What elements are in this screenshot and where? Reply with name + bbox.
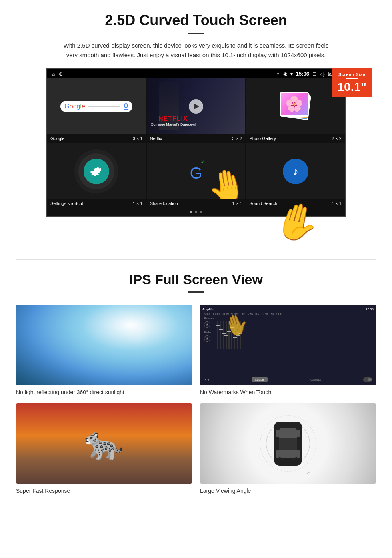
amp-title: Amplifier	[202, 307, 215, 311]
app-cell-settings[interactable]: Settings shortcut 1 × 1	[47, 143, 146, 207]
status-time: 15:06	[296, 71, 309, 77]
status-bar: ⌂ ⊕ ✦ ◉ ▾ 15:06 ⊡ ◁) ☒ ▭	[47, 69, 345, 78]
eq-bar-2[interactable]	[220, 319, 221, 351]
loudness-label: loudness	[310, 378, 321, 381]
section2-title: IPS Full Screen View	[16, 272, 376, 287]
status-center: ✦ ◉ ▾ 15:06 ⊡ ◁) ☒ ▭	[276, 71, 340, 77]
netflix-subtitle: Continue Marvel's Daredevil	[151, 122, 196, 126]
gallery-label: Photo Gallery	[249, 136, 276, 141]
home-icon[interactable]: ⌂	[52, 71, 55, 77]
badge-divider	[346, 78, 358, 79]
car-roof	[279, 438, 297, 451]
maps-icon: G ✓	[190, 159, 202, 183]
gallery-cell-content: 🌸	[246, 78, 345, 134]
location-icon: ◉	[283, 71, 287, 77]
bluetooth-icon: ✦	[276, 71, 280, 77]
volume-icon: ◁)	[320, 71, 325, 77]
app-cell-google[interactable]: Google Google 3 × 1	[47, 78, 146, 143]
gallery-label-row: Photo Gallery 2 × 2	[246, 134, 345, 143]
google-logo: Google	[64, 103, 85, 110]
app-cell-sound[interactable]: ♪ Sound Search 1 × 1	[246, 143, 345, 207]
feature-cheetah: 🐆 Super Fast Response	[16, 403, 192, 494]
screen-size-badge: Screen Size 10.1"	[332, 68, 372, 97]
google-cell-content: Google	[47, 78, 146, 134]
car-wheel-tl	[276, 430, 280, 437]
cheetah-visual: 🐆	[16, 403, 192, 484]
photo-main: 🌸	[280, 92, 308, 116]
flower-icon: 🌸	[285, 96, 303, 112]
eq-section: Balance ◉ Fader ◉	[202, 315, 374, 377]
hand-below-wrapper: ✋	[24, 201, 368, 243]
cheetah-icon: 🐆	[84, 425, 124, 462]
feature-image-cheetah: 🐆	[16, 403, 192, 484]
netflix-label-row: Netflix 3 × 2	[147, 134, 246, 143]
hand-extended-icon: ✋	[270, 196, 324, 248]
feature-grid: No light reflecting under 360° direct su…	[16, 305, 376, 494]
google-grid: 3 × 1	[133, 136, 143, 141]
feature-image-amplifier: Amplifier 17:33 60hz 100hz 200hz 500hz 1…	[200, 305, 376, 385]
loudness-toggle[interactable]	[363, 377, 372, 382]
search-divider	[88, 106, 120, 107]
mic-icon[interactable]	[124, 103, 128, 110]
google-search-bar[interactable]: Google	[60, 101, 132, 112]
sound-cell-content: ♪	[246, 143, 345, 199]
gallery-grid: 2 × 2	[332, 136, 342, 141]
netflix-cell-content: NETFLIX Continue Marvel's Daredevil	[147, 78, 246, 134]
status-left: ⌂ ⊕	[52, 71, 63, 77]
camera-icon: ⊡	[312, 71, 316, 77]
maps-cell-content: G ✓ 🤚	[147, 143, 246, 199]
device-container: Screen Size 10.1" ⌂ ⊕ ✦ ◉ ▾ 15:06 ⊡ ◁) ☒	[24, 68, 368, 217]
amp-bottom-row: ◄◄ Custom loudness	[202, 377, 374, 383]
photo-stack: 🌸	[280, 90, 312, 122]
car-wheel-br	[296, 450, 300, 458]
app-cell-gallery[interactable]: 🌸 Photo Gallery 2 × 2	[246, 78, 345, 143]
light-overlay	[16, 305, 192, 385]
car-visual: ↗	[200, 403, 376, 484]
amp-nav-left: ◄◄	[204, 378, 210, 381]
app-cell-maps[interactable]: G ✓ 🤚 Share location 1 × 1	[147, 143, 246, 207]
eq-bar-1[interactable]	[217, 319, 218, 351]
balance-knob[interactable]: ◉	[204, 321, 210, 328]
netflix-grid: 3 × 2	[232, 136, 242, 141]
section2-underline	[188, 291, 204, 293]
car-container: ↗	[264, 407, 312, 480]
google-maps-g: G	[190, 164, 202, 182]
car-windshield	[279, 428, 297, 439]
section-ips: IPS Full Screen View No light reflecting…	[0, 272, 392, 494]
app-grid: Google Google 3 × 1	[47, 78, 345, 207]
android-screen: ⌂ ⊕ ✦ ◉ ▾ 15:06 ⊡ ◁) ☒ ▭	[46, 68, 346, 217]
music-icon-circle: ♪	[283, 159, 308, 184]
wifi-icon: ▾	[290, 71, 293, 77]
feature-image-sunlight	[16, 305, 192, 385]
netflix-label: Netflix	[150, 136, 162, 141]
angle-arrow: ↗	[306, 470, 310, 476]
feature-sunlight: No light reflecting under 360° direct su…	[16, 305, 192, 395]
car-rear	[279, 450, 297, 458]
amplifier-caption: No Watermarks When Touch	[200, 389, 376, 395]
custom-button[interactable]: Custom	[252, 377, 268, 382]
badge-size-value: 10.1"	[337, 81, 366, 93]
feature-amplifier: Amplifier 17:33 60hz 100hz 200hz 500hz 1…	[200, 305, 376, 395]
sunlight-visual	[16, 305, 192, 385]
netflix-play-button[interactable]	[189, 99, 203, 114]
car-wheel-bl	[276, 450, 280, 458]
google-label-row: Google 3 × 1	[47, 134, 146, 143]
eq-side-labels: Balance ◉ Fader ◉	[204, 317, 214, 343]
netflix-brand: NETFLIX Continue Marvel's Daredevil	[151, 115, 196, 126]
car-top-view	[272, 420, 304, 468]
sunlight-caption: No light reflecting under 360° direct su…	[16, 389, 192, 395]
amplifier-visual: Amplifier 17:33 60hz 100hz 200hz 500hz 1…	[200, 305, 376, 385]
fader-knob[interactable]: ◉	[204, 335, 210, 342]
settings-cell-content	[47, 143, 146, 199]
eq-sliders: ✋	[217, 317, 241, 353]
app-cell-netflix[interactable]: NETFLIX Continue Marvel's Daredevil Netf…	[147, 78, 246, 143]
usb-icon: ⊕	[59, 71, 63, 77]
section1-description: With 2.5D curved-display screen, this de…	[60, 41, 332, 60]
car-caption: Large Viewing Angle	[200, 488, 376, 494]
section1-title: 2.5D Curved Touch Screen	[24, 12, 368, 29]
cheetah-caption: Super Fast Response	[16, 488, 192, 494]
amp-time: 17:33	[366, 307, 374, 311]
car-wheel-tr	[296, 430, 300, 437]
section-divider	[16, 259, 376, 260]
badge-label: Screen Size	[337, 72, 366, 77]
